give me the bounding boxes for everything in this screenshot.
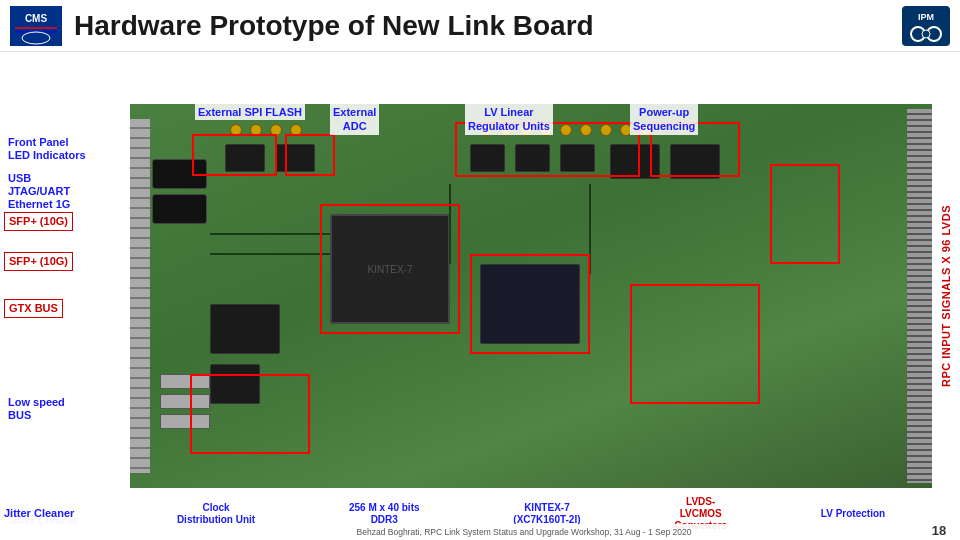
svg-rect-0	[10, 6, 62, 46]
label-ddr3: 256 M x 40 bitsDDR3	[349, 502, 420, 526]
right-label-container: RPC INPUT SIGNALS X 96 LVDS	[932, 104, 960, 488]
ic-bot-1	[210, 304, 280, 354]
label-sfp1: SFP+ (10G)	[4, 212, 73, 231]
svg-text:CMS: CMS	[25, 13, 48, 24]
label-sfp2: SFP+ (10G)	[4, 252, 73, 271]
label-ext-adc: ExternalADC	[330, 104, 379, 135]
label-power-up: Power-upSequencing	[630, 104, 698, 135]
ddr3-chip	[480, 264, 580, 344]
main-content: KINTEX-7	[0, 52, 960, 540]
sfp-module-2	[152, 194, 207, 224]
edge-connector-left	[130, 119, 150, 473]
annotation-lvds	[630, 284, 760, 404]
sfp-module-1	[152, 159, 207, 189]
ipm-logo: IPM	[902, 6, 950, 46]
pcb-board: KINTEX-7	[130, 104, 932, 488]
annotation-lv-protection	[770, 164, 840, 264]
label-clock-dist: ClockDistribution Unit	[177, 502, 255, 526]
label-gtx: GTX BUS	[4, 299, 63, 318]
connector-bot-1	[160, 374, 210, 389]
connector-bot-2	[160, 394, 210, 409]
connector-bot-3	[160, 414, 210, 429]
left-labels-column: Front PanelLED Indicators USBJTAG/UARTEt…	[0, 104, 130, 488]
ic-bot-2	[210, 364, 260, 404]
label-kintex: KINTEX-7(XC7K160T-2I)	[513, 502, 580, 526]
label-front-panel: Front PanelLED Indicators	[4, 134, 90, 164]
svg-text:IPM: IPM	[918, 12, 934, 22]
page-title: Hardware Prototype of New Link Board	[74, 10, 902, 42]
right-label-text: RPC INPUT SIGNALS X 96 LVDS	[940, 205, 952, 387]
fpga-chip: KINTEX-7	[330, 214, 450, 324]
page: CMS Hardware Prototype of New Link Board…	[0, 0, 960, 540]
label-ext-spi: External SPI FLASH	[195, 104, 305, 120]
label-usb: USBJTAG/UARTEthernet 1G	[4, 170, 74, 214]
header: CMS Hardware Prototype of New Link Board…	[0, 0, 960, 52]
svg-point-9	[922, 30, 930, 38]
cms-logo: CMS	[10, 6, 62, 46]
label-jitter-bottom: Jitter Cleaner	[0, 505, 130, 522]
pcb-green: KINTEX-7	[130, 104, 932, 488]
label-lowspeed: Low speedBUS	[4, 394, 69, 424]
top-labels-row: External SPI FLASH ExternalADC LV Linear…	[130, 104, 932, 154]
footer-citation: Behzad Boghrati, RPC Link System Status …	[130, 524, 918, 540]
page-number: 18	[918, 520, 960, 540]
label-lv-linear: LV LinearRegulator Units	[465, 104, 553, 135]
label-lv-protection: LV Protection	[821, 508, 885, 520]
edge-connector-right	[907, 109, 932, 483]
